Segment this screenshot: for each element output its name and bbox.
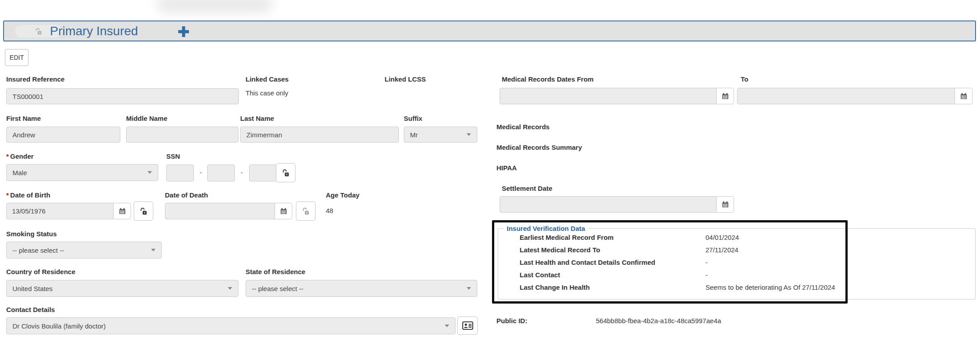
chevron-down-icon (151, 249, 156, 251)
hipaa-label: HIPAA (496, 164, 517, 172)
primary-insured-page: Primary Insured EDIT Insured Reference T… (0, 0, 980, 341)
calendar-icon (119, 207, 126, 215)
chevron-down-icon (445, 325, 449, 327)
gender-value: Male (12, 169, 27, 177)
suffix-value: Mr (410, 131, 418, 139)
verification-row-value: Seems to be deteriorating As Of 27/11/20… (705, 283, 835, 291)
medical-records-dates-from-label: Medical Records Dates From (502, 75, 594, 83)
smoking-status-label: Smoking Status (6, 230, 57, 238)
medical-records-dates-to-field (737, 88, 972, 104)
ssn-lock-button[interactable] (276, 163, 295, 182)
verification-row-value: - (705, 271, 708, 279)
contact-details-value: Dr Clovis Boulila (family doctor) (12, 322, 106, 330)
chevron-down-icon (148, 171, 152, 174)
date-of-death-lock-button[interactable] (296, 201, 316, 221)
section-title: Primary Insured (50, 24, 138, 38)
state-of-residence-value: -- please select -- (252, 285, 303, 292)
first-name-input[interactable]: Andrew (6, 127, 120, 143)
calendar-icon (722, 201, 729, 208)
date-of-death-input[interactable] (165, 203, 275, 219)
date-of-birth-calendar-button[interactable] (113, 203, 131, 219)
add-button[interactable] (177, 25, 190, 38)
date-of-death-label: Date of Death (165, 191, 208, 199)
insured-verification-data-title: Insured Verification Data (504, 225, 588, 232)
calendar-icon (280, 207, 287, 215)
required-asterisk: * (6, 152, 9, 160)
last-name-value: Zimmerman (246, 131, 282, 139)
date-of-birth-input[interactable]: 13/05/1976 (7, 203, 113, 219)
calendar-icon (960, 92, 968, 100)
chevron-down-icon (467, 133, 471, 136)
verification-row-label: Last Health and Contact Details Confirme… (520, 259, 655, 266)
medical-records-dates-from-input[interactable] (500, 88, 716, 104)
verification-row-value: 27/11/2024 (705, 246, 738, 254)
insured-reference-label: Insured Reference (6, 75, 65, 83)
medical-records-dates-to-input[interactable] (738, 88, 955, 104)
unlock-icon (35, 28, 42, 35)
verification-row-value: - (705, 259, 708, 266)
last-name-input[interactable]: Zimmerman (240, 127, 399, 143)
country-of-residence-select[interactable]: United States (6, 280, 238, 297)
country-of-residence-label: Country of Residence (6, 268, 75, 276)
settlement-date-field (500, 196, 734, 213)
section-header-bar: Primary Insured (3, 21, 976, 41)
state-of-residence-select[interactable]: -- please select -- (246, 280, 477, 297)
smoking-status-select[interactable]: -- please select -- (6, 242, 162, 259)
public-id-value: 564bb8bb-fbea-4b2a-a18c-48ca5997ae4a (596, 317, 721, 325)
ssn-part2-input[interactable] (207, 164, 235, 181)
date-of-birth-lock-button[interactable] (134, 201, 153, 221)
ssn-separator: - (241, 168, 243, 176)
settlement-date-label: Settlement Date (502, 185, 552, 193)
age-today-value: 48 (326, 207, 333, 215)
medical-records-label: Medical Records (496, 123, 549, 131)
date-of-birth-field: 13/05/1976 (6, 203, 131, 219)
insured-reference-input[interactable]: TS000001 (6, 88, 239, 104)
plus-icon (177, 25, 190, 38)
gender-select[interactable]: Male (6, 164, 158, 181)
public-id-label: Public ID: (496, 317, 527, 325)
medical-records-dates-from-field (500, 88, 734, 104)
contact-card-icon (462, 321, 473, 330)
middle-name-label: Middle Name (126, 115, 168, 123)
unlock-icon (282, 169, 289, 177)
date-of-birth-label: *Date of Birth (6, 191, 50, 199)
middle-name-input[interactable] (126, 127, 238, 143)
insured-reference-value: TS000001 (12, 93, 43, 100)
edit-button[interactable]: EDIT (5, 49, 29, 66)
calendar-icon (722, 92, 729, 100)
ssn-label: SSN (166, 152, 180, 160)
verification-row-label: Latest Medical Record To (520, 246, 600, 254)
medical-records-dates-from-calendar-button[interactable] (716, 88, 734, 104)
suffix-label: Suffix (404, 115, 422, 123)
ssn-separator: - (200, 168, 202, 176)
settlement-date-calendar-button[interactable] (716, 197, 734, 212)
medical-records-dates-to-label: To (741, 75, 748, 83)
ssn-part3-input[interactable] (249, 164, 277, 181)
country-of-residence-value: United States (12, 285, 53, 292)
ssn-part1-input[interactable] (166, 164, 194, 181)
smoking-status-value: -- please select -- (12, 247, 64, 254)
linked-lcss-label: Linked LCSS (385, 75, 426, 83)
contact-details-label: Contact Details (6, 306, 55, 314)
gender-label: *Gender (6, 152, 33, 160)
state-of-residence-label: State of Residence (246, 268, 305, 276)
verification-row-label: Last Change In Health (520, 283, 590, 291)
unlock-icon (140, 207, 147, 215)
contact-card-button[interactable] (457, 316, 478, 335)
contact-details-select[interactable]: Dr Clovis Boulila (family doctor) (6, 317, 455, 334)
verification-row-value: 04/01/2024 (705, 234, 739, 241)
medical-records-dates-to-calendar-button[interactable] (955, 88, 972, 104)
last-name-label: Last Name (240, 115, 274, 123)
suffix-select[interactable]: Mr (404, 127, 477, 143)
settlement-date-input[interactable] (500, 197, 716, 212)
chevron-down-icon (228, 287, 232, 290)
medical-records-summary-label: Medical Records Summary (496, 144, 582, 152)
first-name-value: Andrew (12, 131, 35, 139)
date-of-death-calendar-button[interactable] (275, 203, 292, 219)
age-today-label: Age Today (326, 191, 360, 199)
linked-cases-value: This case only (246, 89, 288, 97)
date-of-death-field (165, 203, 292, 219)
required-asterisk: * (6, 191, 9, 199)
chevron-down-icon (467, 287, 471, 290)
linked-cases-label: Linked Cases (246, 75, 289, 83)
